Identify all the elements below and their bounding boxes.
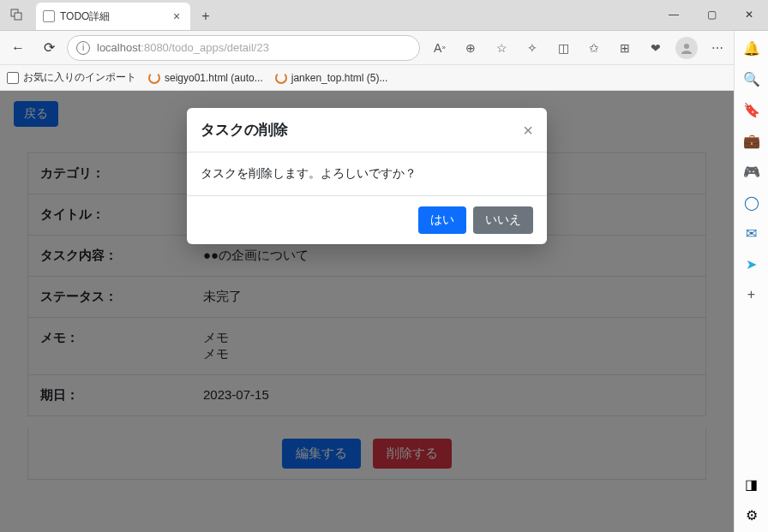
sidebar-add-icon[interactable]: + <box>741 284 762 305</box>
folder-icon <box>7 72 19 84</box>
new-tab-button[interactable]: + <box>194 4 218 28</box>
more-menu-icon[interactable]: ⋯ <box>706 37 729 59</box>
sidebar-settings-icon[interactable]: ⚙ <box>741 505 762 525</box>
modal-title: タスクの削除 <box>201 120 288 140</box>
modal-close-icon[interactable]: × <box>523 122 533 139</box>
site-info-icon[interactable]: i <box>76 41 90 55</box>
page-viewport: 戻る カテゴリ： タイトル： タスク内容： ●●の企画について ステータス： 未… <box>0 91 734 532</box>
bookmark-seigyo[interactable]: seigyo01.html (auto... <box>148 72 263 84</box>
edge-sidebar: 🔔 🔍 🔖 💼 🎮 ◯ ✉ ➤ + ◨ ⚙ <box>734 31 768 532</box>
sidebar-office-icon[interactable]: ◯ <box>741 192 762 212</box>
modal-yes-button[interactable]: はい <box>418 206 466 234</box>
bookmarks-bar: お気に入りのインポート seigyo01.html (auto... janke… <box>0 65 768 91</box>
favorite-icon[interactable]: ☆ <box>490 37 513 59</box>
window-titlebar: TODO詳細 × + — ▢ ✕ <box>0 0 768 31</box>
delete-confirm-modal: タスクの削除 × タスクを削除します。よろしいですか？ はい いいえ <box>187 108 547 244</box>
modal-body: タスクを削除します。よろしいですか？ <box>187 152 547 195</box>
health-icon[interactable]: ❤ <box>645 37 667 59</box>
window-controls: — ▢ ✕ <box>655 0 768 30</box>
html-file-icon <box>275 72 287 84</box>
tab-close-icon[interactable]: × <box>170 9 183 23</box>
tab-actions-icon[interactable] <box>0 0 33 30</box>
toolbar-right-icons: A» ⊕ ☆ ✧ ◫ ✩ ⊞ ❤ ⋯ b <box>425 37 763 59</box>
split-screen-icon[interactable]: ◫ <box>552 37 574 59</box>
page-icon <box>43 10 55 22</box>
collections-icon[interactable]: ⊞ <box>614 37 636 59</box>
minimize-button[interactable]: — <box>655 0 693 30</box>
maximize-button[interactable]: ▢ <box>693 0 730 30</box>
modal-header: タスクの削除 × <box>187 108 547 152</box>
modal-no-button[interactable]: いいえ <box>473 206 533 234</box>
sidebar-shopping-icon[interactable]: 🔖 <box>741 99 762 120</box>
extensions-icon[interactable]: ✧ <box>521 37 543 59</box>
sidebar-notifications-icon[interactable]: 🔔 <box>741 38 762 58</box>
sidebar-tools-icon[interactable]: 💼 <box>741 130 762 151</box>
sidebar-games-icon[interactable]: 🎮 <box>741 161 762 182</box>
profile-avatar[interactable] <box>675 37 698 59</box>
bookmark-seigyo-label: seigyo01.html (auto... <box>165 72 263 84</box>
back-nav-button[interactable]: ← <box>5 35 31 61</box>
address-bar[interactable]: i localhost:8080/todo_apps/detail/23 <box>67 35 420 61</box>
html-file-icon <box>148 72 160 84</box>
bookmark-janken-label: janken_top.html (5)... <box>291 72 388 84</box>
modal-footer: はい いいえ <box>187 195 547 244</box>
sidebar-search-icon[interactable]: 🔍 <box>741 69 762 89</box>
zoom-icon[interactable]: ⊕ <box>459 37 482 59</box>
browser-tab[interactable]: TODO詳細 × <box>36 3 190 30</box>
url-text: localhost:8080/todo_apps/detail/23 <box>97 41 269 54</box>
bookmark-janken[interactable]: janken_top.html (5)... <box>275 72 388 84</box>
import-favorites-button[interactable]: お気に入りのインポート <box>7 70 136 85</box>
import-favorites-label: お気に入りのインポート <box>23 70 136 85</box>
read-aloud-icon[interactable]: A» <box>429 37 451 59</box>
svg-point-2 <box>684 44 689 49</box>
close-window-button[interactable]: ✕ <box>730 0 768 30</box>
svg-rect-1 <box>15 13 21 20</box>
sidebar-outlook-icon[interactable]: ✉ <box>741 223 762 243</box>
sidebar-send-icon[interactable]: ➤ <box>741 254 762 274</box>
browser-toolbar: ← ⟳ i localhost:8080/todo_apps/detail/23… <box>0 31 768 65</box>
refresh-button[interactable]: ⟳ <box>36 35 62 61</box>
favorites-bar-icon[interactable]: ✩ <box>583 37 605 59</box>
tab-title: TODO詳細 <box>60 9 165 24</box>
sidebar-toggle-icon[interactable]: ◨ <box>741 474 762 494</box>
